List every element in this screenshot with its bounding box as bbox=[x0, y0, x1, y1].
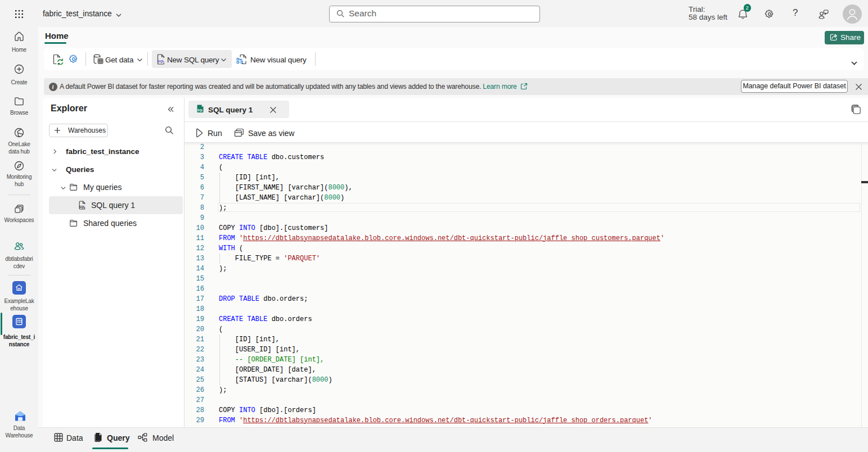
svg-text:SQL: SQL bbox=[158, 59, 165, 63]
svg-text:SQL: SQL bbox=[197, 109, 203, 112]
svg-text:SQL: SQL bbox=[79, 205, 86, 209]
